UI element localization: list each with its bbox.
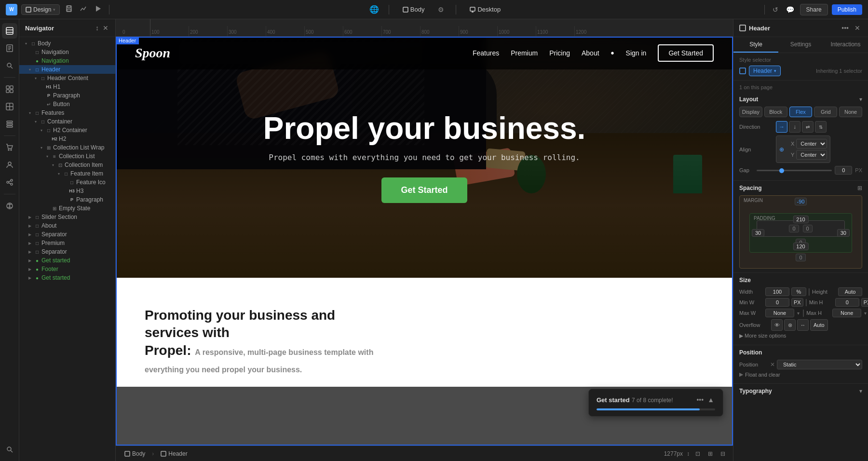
nav-toggle-slider-section[interactable]: ▶: [27, 214, 33, 220]
chart-button[interactable]: [78, 3, 89, 15]
nav-toggle-footer[interactable]: ▶: [27, 266, 33, 272]
nav-item-get-started2[interactable]: ▶ ● Get started: [19, 273, 115, 282]
nav-toggle-button[interactable]: [39, 101, 44, 107]
toast-collapse-button[interactable]: ▲: [706, 395, 715, 405]
publish-button[interactable]: Publish: [832, 4, 862, 15]
nav-toggle-collection-list[interactable]: ▾: [44, 153, 50, 159]
size-minh-unit[interactable]: PX: [861, 298, 868, 307]
navigator-close-button[interactable]: ✕: [102, 23, 109, 33]
nav-toggle-h2-container[interactable]: ▾: [39, 127, 44, 133]
rp-section-layout-expand[interactable]: ▾: [859, 96, 862, 103]
size-minh-input[interactable]: [835, 298, 859, 307]
nav-link-about[interactable]: About: [582, 49, 599, 57]
nav-item-container[interactable]: ▾ □ Container: [19, 117, 115, 126]
nav-item-collection-list[interactable]: ▾ ≡ Collection List: [19, 152, 115, 161]
size-minw-unit[interactable]: PX: [791, 298, 803, 307]
nav-item-feature-icon[interactable]: □ Feature Ico: [19, 178, 115, 187]
home-page-button[interactable]: Body: [399, 4, 429, 15]
size-width-unit[interactable]: %: [791, 287, 806, 296]
nav-item-slider-section[interactable]: ▶ □ Slider Section: [19, 213, 115, 221]
nav-toggle-collection-list-wrap[interactable]: ▾: [39, 145, 44, 150]
nav-link-pricing[interactable]: Pricing: [549, 49, 570, 57]
nav-toggle-header-content[interactable]: ▾: [33, 75, 39, 81]
comment-button[interactable]: 💬: [784, 4, 796, 15]
sidebar-btn-search[interactable]: [2, 58, 17, 73]
typography-header[interactable]: Typography ▾: [739, 388, 862, 398]
nav-toggle-body[interactable]: ▾: [23, 41, 29, 46]
nav-link-features[interactable]: Features: [473, 49, 499, 57]
nav-item-h1[interactable]: H1 H1: [19, 82, 115, 91]
nav-toggle-navigation-comp[interactable]: [27, 58, 33, 64]
nav-item-header[interactable]: ▾ □ Header: [19, 65, 115, 74]
nav-item-collection-list-wrap[interactable]: ▾ ⊞ Collection List Wrap: [19, 143, 115, 152]
desktop-button[interactable]: Desktop: [466, 4, 504, 15]
rp-align-y-select[interactable]: Center: [796, 150, 827, 160]
nav-get-started-btn[interactable]: Get Started: [658, 44, 714, 62]
padding-top-value[interactable]: 210: [793, 216, 808, 223]
nav-item-features[interactable]: ▾ □ Features: [19, 108, 115, 117]
overflow-btn-hidden[interactable]: ⊗: [784, 319, 796, 331]
rp-tab-style[interactable]: Style: [733, 37, 778, 53]
float-and-clear[interactable]: ▶ Float and clear: [739, 369, 862, 380]
nav-toggle-header[interactable]: ▾: [27, 67, 33, 72]
nav-toggle-get-started2[interactable]: ▶: [27, 275, 33, 281]
nav-item-h2-container[interactable]: ▾ □ H2 Container: [19, 126, 115, 135]
globe-icon[interactable]: 🌐: [369, 5, 379, 14]
sidebar-btn-users[interactable]: [2, 157, 17, 173]
nav-item-paragraph2[interactable]: P Paragraph: [19, 195, 115, 204]
nav-item-separator2[interactable]: ▶ □ Separator: [19, 247, 115, 256]
sidebar-btn-ecommerce[interactable]: [2, 140, 17, 155]
rp-tab-settings[interactable]: Settings: [778, 37, 823, 53]
rp-align-x-select[interactable]: Center: [796, 139, 827, 149]
rp-dir-down[interactable]: ↓: [789, 121, 800, 133]
nav-item-h3[interactable]: H3 H3: [19, 187, 115, 195]
size-minw-input[interactable]: [765, 298, 789, 307]
nav-item-body[interactable]: ▾ □ Body: [19, 39, 115, 48]
rp-tab-interactions[interactable]: Interactions: [823, 37, 868, 53]
nav-item-about[interactable]: ▶ □ About: [19, 221, 115, 230]
nav-toggle-navigation[interactable]: [27, 49, 33, 55]
site-preview[interactable]: Spoon Features Premium Pricing About • S…: [116, 37, 733, 446]
sidebar-btn-components[interactable]: [2, 99, 17, 114]
toast-more-button[interactable]: •••: [695, 395, 705, 405]
layout-btn-block[interactable]: Block: [764, 107, 787, 117]
rp-dir-right[interactable]: →: [776, 121, 787, 133]
share-button[interactable]: Share: [800, 4, 828, 15]
nav-toggle-separator[interactable]: ▶: [27, 231, 33, 237]
rp-gap-input[interactable]: [835, 166, 852, 175]
layout-btn-display[interactable]: Display: [739, 107, 762, 117]
nav-toggle-collection-item[interactable]: ▾: [50, 162, 56, 168]
overflow-btn-auto[interactable]: Auto: [810, 319, 828, 331]
nav-signin[interactable]: Sign in: [626, 49, 647, 57]
rp-close-button[interactable]: ✕: [853, 23, 862, 33]
nav-item-navigation[interactable]: □ Navigation: [19, 48, 115, 56]
save-button[interactable]: [64, 3, 74, 15]
nav-toggle-separator2[interactable]: ▶: [27, 249, 33, 255]
canvas-zoom-in[interactable]: ⊞: [706, 449, 715, 458]
nav-toggle-container[interactable]: ▾: [33, 119, 39, 124]
home-settings-icon[interactable]: ⚙: [436, 4, 446, 15]
nav-toggle-get-started[interactable]: ▶: [27, 258, 33, 263]
nav-item-header-content[interactable]: ▾ □ Header Content: [19, 74, 115, 82]
sidebar-btn-layers[interactable]: [2, 23, 17, 39]
inner-left-val[interactable]: 0: [789, 225, 799, 232]
rp-section-layout-header[interactable]: Layout ▾: [733, 92, 868, 107]
design-mode-button[interactable]: Design ▾: [21, 4, 60, 15]
nav-toggle-paragraph2[interactable]: [62, 197, 68, 203]
nav-item-feature-item[interactable]: ▾ □ Feature Item: [19, 169, 115, 178]
rp-dir-right-reverse[interactable]: ⇄: [802, 121, 814, 133]
nav-toggle-h2[interactable]: [44, 136, 50, 142]
more-size-options[interactable]: ▶ More size options: [739, 331, 862, 341]
nav-toggle-premium[interactable]: ▶: [27, 240, 33, 246]
margin-bottom-val[interactable]: 0: [796, 254, 805, 261]
size-height-input[interactable]: [838, 287, 862, 296]
spacing-icon-btn[interactable]: ⊞: [857, 185, 862, 191]
sidebar-btn-cms[interactable]: [2, 116, 17, 132]
size-width-input[interactable]: [765, 287, 789, 296]
margin-top-value[interactable]: -90: [795, 198, 807, 205]
nav-toggle-paragraph[interactable]: [39, 93, 44, 98]
layout-btn-none[interactable]: None: [839, 107, 862, 117]
nav-item-button[interactable]: ↵ Button: [19, 100, 115, 108]
nav-toggle-h1[interactable]: [39, 84, 44, 90]
rp-more-button[interactable]: •••: [840, 23, 851, 33]
